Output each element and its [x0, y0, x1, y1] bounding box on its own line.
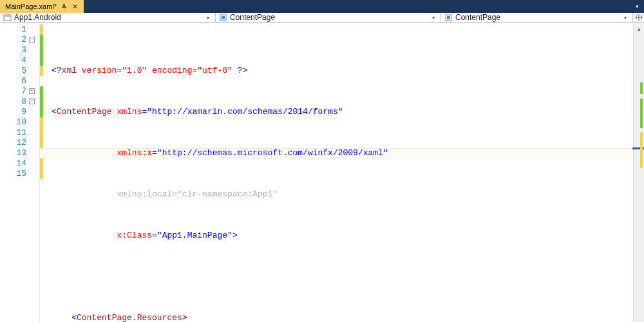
code-line: xmlns:x="http://schemas.microsoft.com/wi…	[52, 148, 633, 158]
line-number: 4	[0, 55, 39, 66]
scroll-up-icon[interactable]: ▴	[634, 23, 644, 34]
tab-strip: MainPage.xaml* ✕ ▾	[0, 0, 644, 13]
scrollbar-track[interactable]	[634, 34, 644, 322]
line-number: 5	[0, 66, 39, 76]
chevron-down-icon: ▾	[429, 15, 438, 21]
code-line: x:Class="App1.MainPage">	[52, 231, 633, 241]
type-name: ContentPage	[230, 13, 429, 22]
line-number: 10	[0, 117, 39, 128]
code-line	[52, 272, 633, 282]
line-number: 9	[0, 107, 39, 117]
split-view-icon[interactable]	[632, 13, 644, 22]
line-number: 2	[0, 35, 39, 45]
chevron-down-icon: ▾	[204, 15, 213, 21]
line-number: 1	[0, 24, 39, 35]
code-line: <?xml version="1.0" encoding="utf-8" ?>	[52, 66, 633, 76]
line-number: 7	[0, 86, 39, 97]
overview-mark	[640, 82, 643, 94]
pin-icon[interactable]	[61, 3, 67, 10]
overview-mark	[640, 99, 643, 128]
vertical-scrollbar[interactable]: ▴ ▾	[633, 23, 644, 322]
member-name: ContentPage	[455, 13, 621, 22]
tab-title: MainPage.xaml*	[5, 3, 57, 10]
project-name: App1.Android	[14, 13, 204, 22]
svg-rect-5	[447, 16, 450, 19]
project-dropdown[interactable]: App1.Android ▾	[0, 13, 216, 22]
code-line: <ContentPage.Resources>	[52, 313, 633, 322]
line-number: 14	[0, 158, 39, 169]
line-number: 6	[0, 76, 39, 86]
overview-mark	[640, 132, 643, 168]
chevron-down-icon: ▾	[621, 15, 630, 21]
member-icon	[444, 13, 453, 22]
line-number-gutter: --- 123456789101112131415	[0, 23, 40, 322]
tab-overflow-icon[interactable]: ▾	[632, 2, 641, 11]
line-number: 13	[0, 148, 39, 158]
svg-rect-3	[222, 16, 225, 19]
close-icon[interactable]: ✕	[71, 3, 79, 10]
member-dropdown[interactable]: ContentPage ▾	[441, 13, 632, 22]
line-number: 12	[0, 138, 39, 148]
editor: --- 123456789101112131415 <?xml version=…	[0, 23, 644, 322]
line-number: 8	[0, 97, 39, 107]
type-icon	[218, 13, 227, 22]
project-icon	[3, 13, 12, 22]
code-line: xmlns:local="clr-namespace:App1"	[52, 189, 633, 200]
line-number: 3	[0, 45, 39, 55]
type-dropdown[interactable]: ContentPage ▾	[216, 13, 441, 22]
code-line: <ContentPage xmlns="http://xamarin.com/s…	[52, 107, 633, 117]
navigation-bar: App1.Android ▾ ContentPage ▾ ContentPage…	[0, 13, 644, 23]
svg-rect-1	[4, 15, 11, 17]
line-number: 15	[0, 169, 39, 179]
code-area[interactable]: <?xml version="1.0" encoding="utf-8" ?> …	[40, 23, 633, 322]
line-number: 11	[0, 128, 39, 138]
file-tab[interactable]: MainPage.xaml* ✕	[0, 0, 84, 13]
